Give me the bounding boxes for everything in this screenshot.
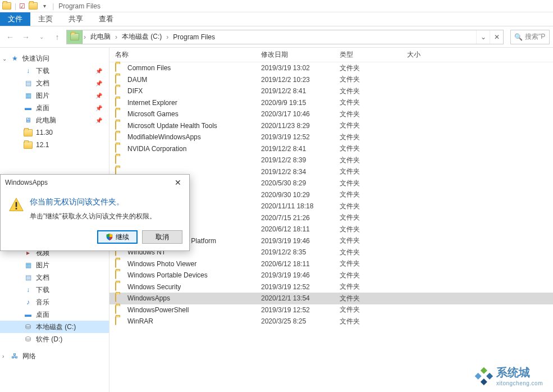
column-date[interactable]: 修改日期 [255,50,334,60]
file-row[interactable]: Windows Security2019/3/19 12:52文件夹 [109,281,553,293]
svg-rect-6 [481,379,487,385]
file-row[interactable]: 2019/12/2 8:39文件夹 [109,154,553,166]
column-name[interactable]: 名称 [109,50,255,60]
folder-icon [24,128,33,137]
address-dropdown-icon[interactable]: ⌄ [476,30,490,44]
file-row[interactable]: Windows Portable Devices2019/3/19 19:46文… [109,270,553,281]
address-bar[interactable]: › 此电脑 › 本地磁盘 (C:) › Program Files ⌄ ✕ [66,30,504,44]
file-row[interactable]: Windows Photo Viewer2020/6/12 18:11文件夹 [109,258,553,270]
history-dropdown[interactable]: ⌄ [35,30,48,44]
sidebar-documents-2[interactable]: ▤文档 [0,271,109,284]
file-date: 2019/12/2 8:34 [261,168,340,176]
file-row[interactable]: Microsoft Games2020/3/17 10:46文件夹 [109,108,553,120]
file-type: 文件夹 [340,225,407,234]
network-icon: 🖧 [10,352,19,361]
breadcrumb-pc[interactable]: 此电脑 [87,30,114,44]
pictures-icon: ▦ [24,91,33,100]
star-icon: ★ [10,54,19,63]
cancel-button[interactable]: 取消 [142,230,182,244]
tab-share[interactable]: 共享 [61,12,91,26]
folder-icon [115,110,124,118]
up-button[interactable]: ↑ [51,30,64,44]
sidebar-quick-access[interactable]: ⌄★快速访问 [0,52,109,65]
sidebar-folder-2[interactable]: 12.1 [0,139,109,151]
dialog-heading: 你当前无权访问该文件夹。 [30,197,156,207]
file-name: DIFX [127,87,261,95]
file-date: 2019/3/19 12:52 [261,306,340,314]
file-row[interactable]: DIFX2019/12/2 8:41文件夹 [109,85,553,97]
sidebar-d-drive[interactable]: ⛁软件 (D:) [0,333,109,345]
search-icon: 🔍 [514,33,523,41]
continue-button[interactable]: 继续 [97,230,138,244]
sidebar-music[interactable]: ♪音乐 [0,296,109,308]
file-row[interactable]: Common Files2019/3/19 13:02文件夹 [109,62,553,74]
sidebar-desktop-2[interactable]: ▬桌面 [0,308,109,321]
tab-file[interactable]: 文件 [0,12,30,26]
forward-button[interactable]: → [19,30,33,44]
folder-icon [115,282,124,291]
tab-view[interactable]: 查看 [91,12,121,26]
sidebar-label: 音乐 [36,298,49,307]
file-date: 2019/3/19 19:46 [261,237,340,245]
breadcrumb-sep: › [83,33,87,41]
file-row[interactable]: NVIDIA Corporation2019/12/2 8:41文件夹 [109,143,553,155]
file-row[interactable]: Internet Explorer2020/9/9 19:15文件夹 [109,97,553,109]
file-type: 文件夹 [340,271,407,280]
search-box[interactable]: 🔍 搜索"P [510,30,550,44]
qat-newfolder-icon[interactable] [29,2,38,11]
file-row[interactable]: WindowsApps2020/12/1 13:54文件夹 [109,293,553,304]
breadcrumb-drive[interactable]: 本地磁盘 (C:) [118,30,165,44]
sidebar-label: 桌面 [36,310,49,320]
sidebar-downloads[interactable]: ↓下载📌 [0,65,109,77]
sidebar-documents[interactable]: ▤文档📌 [0,77,109,89]
desktop-icon: ▬ [24,310,33,319]
file-name: Windows Security [127,283,261,291]
sidebar-label: 图片 [36,91,49,101]
file-date: 2020/5/30 8:29 [261,179,340,187]
file-date: 2020/11/11 18:18 [261,202,340,210]
download-icon: ↓ [24,285,33,294]
file-row[interactable]: ModifiableWindowsApps2019/3/19 12:52文件夹 [109,131,553,143]
sidebar-pictures[interactable]: ▦图片📌 [0,89,109,102]
navigation-row: ← → ⌄ ↑ › 此电脑 › 本地磁盘 (C:) › Program File… [0,26,553,48]
qat-properties-icon[interactable]: ☑ [17,2,26,11]
file-date: 2020/6/12 18:11 [261,225,340,233]
file-row[interactable]: Microsoft Update Health Tools2020/11/23 … [109,120,553,132]
sidebar-label: 文档 [36,79,49,88]
chevron-right-icon[interactable]: › [2,353,4,359]
sidebar-network[interactable]: ›🖧网络 [0,350,109,362]
breadcrumb-folder[interactable]: Program Files [170,30,218,44]
refresh-button[interactable]: ✕ [490,30,503,44]
column-size[interactable]: 大小 [401,50,446,60]
pin-icon: 📌 [95,68,102,74]
sidebar-pictures-2[interactable]: ▦图片 [0,259,109,271]
tab-home[interactable]: 主页 [30,12,61,26]
sidebar-c-drive[interactable]: ⛁本地磁盘 (C:) [0,321,109,333]
window-title: Program Files [58,2,100,10]
ribbon-tabs: 文件 主页 共享 查看 [0,12,553,26]
sidebar-desktop[interactable]: ▬桌面📌 [0,102,109,114]
file-type: 文件夹 [340,305,407,314]
folder-icon [115,144,124,153]
file-row[interactable]: DAUM2019/12/2 10:23文件夹 [109,74,553,86]
sidebar-downloads-2[interactable]: ↓下载 [0,284,109,296]
chevron-down-icon[interactable]: ⌄ [2,56,7,62]
column-headers: 名称 修改日期 类型 大小 [109,48,553,62]
dialog-close-button[interactable]: ✕ [171,178,185,187]
svg-rect-5 [486,373,493,380]
file-type: 文件夹 [340,86,407,96]
file-date: 2020/11/23 8:29 [261,122,340,130]
folder-icon [115,98,124,107]
file-date: 2019/12/2 8:41 [261,87,340,95]
qat-dropdown-icon[interactable]: ▾ [40,2,49,11]
sidebar-thispc-pin[interactable]: 🖥此电脑📌 [0,114,109,126]
file-row[interactable]: WindowsPowerShell2019/3/19 12:52文件夹 [109,304,553,316]
file-date: 2020/3/25 8:25 [261,317,340,325]
uac-shield-icon [106,233,113,241]
file-date: 2019/3/19 19:46 [261,271,340,279]
file-row[interactable]: WinRAR2020/3/25 8:25文件夹 [109,316,553,327]
app-icon [2,2,11,11]
back-button[interactable]: ← [3,30,17,44]
sidebar-folder-1[interactable]: 11.30 [0,126,109,139]
column-type[interactable]: 类型 [334,50,401,60]
